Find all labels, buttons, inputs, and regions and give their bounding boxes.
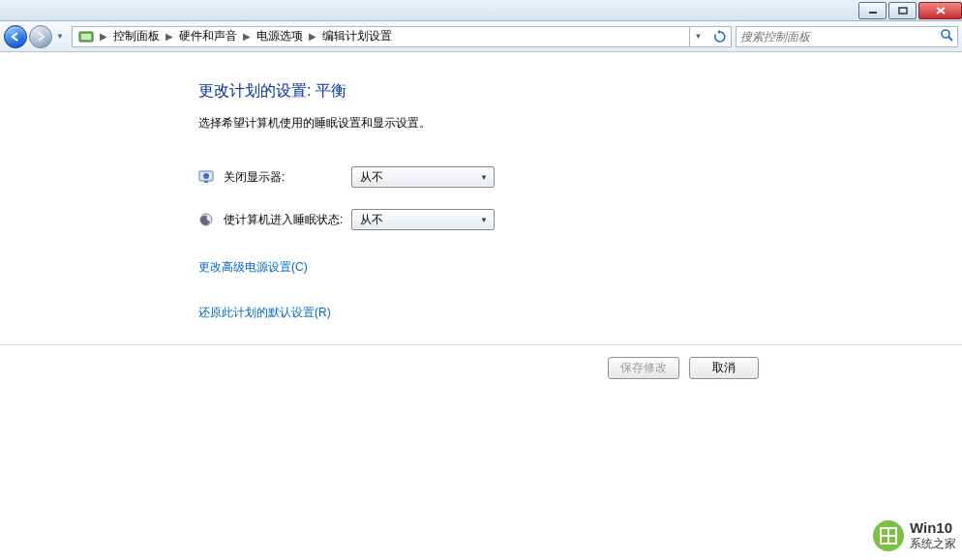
search-input[interactable] xyxy=(740,30,936,44)
setting-row-display-off: 关闭显示器: 从不 ▼ xyxy=(198,166,962,188)
search-box[interactable] xyxy=(736,26,958,47)
breadcrumb-seg-hardware[interactable]: 硬件和声音 xyxy=(175,28,241,44)
breadcrumb-bar[interactable]: ▶ 控制面板 ▶ 硬件和声音 ▶ 电源选项 ▶ 编辑计划设置 ▼ xyxy=(72,26,708,47)
select-value: 从不 xyxy=(360,169,383,186)
breadcrumb-seg-power[interactable]: 电源选项 xyxy=(253,28,307,44)
close-button[interactable] xyxy=(918,2,962,19)
watermark-text: Win10 系统之家 xyxy=(910,519,956,552)
minimize-button[interactable] xyxy=(858,2,887,19)
links-block: 更改高级电源设置(C) 还原此计划的默认设置(R) xyxy=(198,259,962,335)
footer-buttons: 保存修改 取消 xyxy=(0,344,962,379)
select-value: 从不 xyxy=(360,212,383,228)
restore-defaults-link[interactable]: 还原此计划的默认设置(R) xyxy=(198,305,331,321)
display-off-select[interactable]: 从不 ▼ xyxy=(351,166,495,188)
display-off-label: 关闭显示器: xyxy=(224,169,351,186)
display-icon xyxy=(198,169,214,185)
breadcrumb-seg-edit-plan[interactable]: 编辑计划设置 xyxy=(318,28,396,44)
breadcrumb-arrow-icon[interactable]: ▶ xyxy=(241,31,253,42)
maximize-button[interactable] xyxy=(888,2,917,19)
breadcrumb-arrow-icon[interactable]: ▶ xyxy=(164,31,175,42)
breadcrumb-seg-control-panel[interactable]: 控制面板 xyxy=(109,28,164,44)
nav-history-dropdown[interactable]: ▼ xyxy=(54,32,66,41)
sleep-label: 使计算机进入睡眠状态: xyxy=(224,212,351,228)
chevron-down-icon: ▼ xyxy=(480,173,488,182)
svg-rect-9 xyxy=(204,181,208,183)
watermark-line2: 系统之家 xyxy=(910,536,956,552)
page-heading: 更改计划的设置: 平衡 xyxy=(198,81,962,102)
back-button[interactable] xyxy=(4,25,27,48)
svg-rect-1 xyxy=(899,8,907,14)
window-controls xyxy=(857,2,962,19)
breadcrumb-arrow-icon[interactable]: ▶ xyxy=(98,31,109,42)
window-titlebar xyxy=(0,0,962,21)
watermark: Win10 系统之家 xyxy=(873,519,956,552)
cancel-button[interactable]: 取消 xyxy=(689,357,759,379)
nav-buttons: ▼ xyxy=(4,25,66,48)
advanced-settings-link[interactable]: 更改高级电源设置(C) xyxy=(198,259,308,276)
chevron-down-icon: ▼ xyxy=(480,216,488,224)
sleep-select[interactable]: 从不 ▼ xyxy=(351,209,495,230)
svg-rect-5 xyxy=(81,34,91,40)
page-subtext: 选择希望计算机使用的睡眠设置和显示设置。 xyxy=(198,115,962,132)
breadcrumb-arrow-icon[interactable]: ▶ xyxy=(307,31,318,42)
sleep-icon xyxy=(198,212,214,227)
breadcrumb-dropdown-icon[interactable]: ▼ xyxy=(689,26,706,47)
refresh-button[interactable] xyxy=(708,26,732,47)
search-icon[interactable] xyxy=(940,28,953,44)
svg-point-10 xyxy=(203,173,209,179)
watermark-logo-icon xyxy=(873,520,904,551)
svg-line-7 xyxy=(948,37,952,41)
svg-point-6 xyxy=(942,30,949,38)
save-button: 保存修改 xyxy=(608,357,679,379)
navigation-bar: ▼ ▶ 控制面板 ▶ 硬件和声音 ▶ 电源选项 ▶ 编辑计划设置 ▼ xyxy=(0,21,962,52)
control-panel-icon xyxy=(78,29,94,44)
setting-row-sleep: 使计算机进入睡眠状态: 从不 ▼ xyxy=(198,209,962,230)
watermark-line1: Win10 xyxy=(910,519,956,536)
forward-button[interactable] xyxy=(29,25,52,48)
content-area: 更改计划的设置: 平衡 选择希望计算机使用的睡眠设置和显示设置。 关闭显示器: … xyxy=(0,52,962,335)
